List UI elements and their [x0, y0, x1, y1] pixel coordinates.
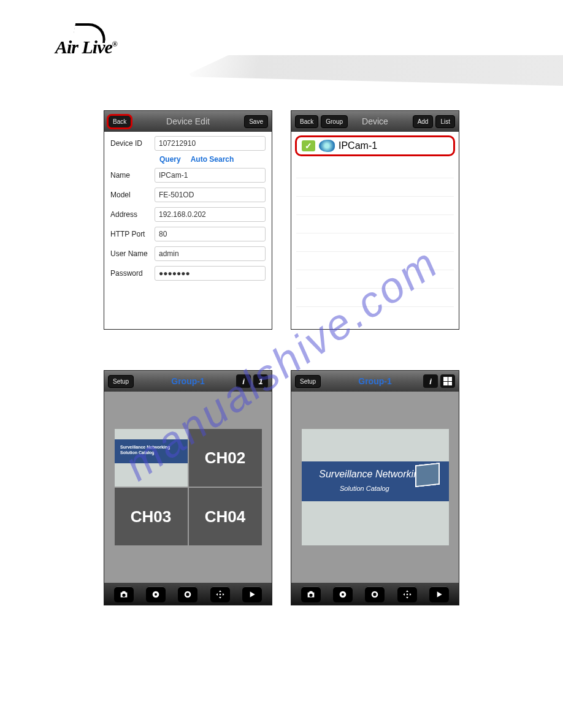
username-input[interactable]: admin	[155, 246, 266, 261]
video-cell-ch04[interactable]: CH04	[189, 488, 262, 545]
bottom-toolbar	[104, 583, 272, 605]
snapshot-icon[interactable]	[114, 586, 134, 602]
device-id-label: Device ID	[110, 139, 155, 148]
device-list: ✓ IPCam-1	[291, 135, 459, 307]
svg-point-6	[342, 593, 344, 596]
video-cell-single[interactable]: Surveillance Networking Solution Catalog	[302, 429, 449, 545]
lens-icon[interactable]	[365, 586, 385, 602]
snapshot-icon[interactable]	[301, 586, 321, 602]
screenshot-device-list: Back Group Device Add List ✓ IPCam-1	[291, 110, 459, 330]
password-input[interactable]: ●●●●●●●	[155, 266, 266, 281]
banner-text-2: Solution Catalog	[340, 485, 389, 492]
svg-point-8	[373, 593, 377, 596]
svg-point-3	[186, 593, 190, 596]
play-icon[interactable]	[429, 586, 449, 602]
single-view-icon[interactable]: 1	[253, 374, 268, 388]
check-icon: ✓	[302, 140, 315, 151]
username-label: User Name	[110, 249, 155, 258]
lens-icon[interactable]	[178, 586, 197, 602]
bottom-toolbar	[291, 583, 459, 605]
quad-view-icon[interactable]	[440, 374, 455, 388]
play-icon[interactable]	[242, 586, 262, 602]
list-button[interactable]: List	[435, 115, 455, 128]
port-input[interactable]: 80	[155, 227, 266, 241]
autosearch-link[interactable]: Auto Search	[191, 155, 234, 164]
video-cell-ch03[interactable]: CH03	[115, 488, 188, 545]
save-button[interactable]: Save	[244, 115, 268, 128]
info-icon[interactable]: i	[236, 374, 251, 388]
password-label: Password	[110, 269, 155, 278]
svg-point-1	[155, 593, 157, 596]
name-label: Name	[110, 171, 155, 180]
info-icon[interactable]: i	[423, 374, 438, 388]
svg-point-9	[406, 594, 408, 596]
name-input[interactable]: IPCam-1	[155, 168, 266, 183]
back-button[interactable]: Back	[295, 115, 318, 128]
page-header: Air Live®	[0, 0, 563, 98]
screenshot-group-quad: Setup Group-1 i 1 Surveillance Networkin…	[104, 370, 272, 605]
model-label: Model	[110, 191, 155, 199]
screenshot-group-single: Setup Group-1 i Surveillance Networking …	[291, 370, 459, 605]
header-swoosh	[183, 55, 563, 86]
record-icon[interactable]	[146, 586, 166, 602]
navbar: Setup Group-1 i	[291, 371, 459, 392]
screenshot-grid: Back Device Edit Save Device ID 10721291…	[104, 110, 459, 605]
navbar: Setup Group-1 i 1	[104, 371, 272, 392]
query-link[interactable]: Query	[159, 155, 181, 164]
banner-text-1: Surveillance Networking	[319, 469, 424, 480]
device-name: IPCam-1	[339, 140, 377, 151]
group-button[interactable]: Group	[321, 115, 348, 128]
camera-icon	[319, 140, 335, 152]
record-icon[interactable]	[333, 586, 353, 602]
address-label: Address	[110, 210, 155, 219]
brand-logo: Air Live®	[55, 37, 117, 58]
port-label: HTTP Port	[110, 230, 155, 238]
back-button[interactable]: Back	[108, 115, 131, 128]
model-input[interactable]: FE-501OD	[155, 188, 266, 202]
navbar: Back Device Edit Save	[104, 111, 272, 132]
banner-thumbnail	[415, 463, 440, 487]
device-id-input[interactable]: 107212910	[155, 136, 266, 151]
device-form: Device ID 107212910 Query Auto Search Na…	[104, 132, 272, 289]
setup-button[interactable]: Setup	[295, 375, 321, 388]
video-cell-ch01[interactable]: Surveillance Networking Solution Catalog	[115, 429, 188, 487]
svg-point-4	[219, 594, 221, 596]
video-cell-ch02[interactable]: CH02	[189, 429, 262, 487]
device-row-ipcam1[interactable]: ✓ IPCam-1	[295, 135, 455, 156]
video-grid: Surveillance Networking Solution Catalog…	[115, 429, 262, 545]
address-input[interactable]: 192.168.0.202	[155, 207, 266, 222]
screenshot-device-edit: Back Device Edit Save Device ID 10721291…	[104, 110, 272, 330]
navbar: Back Group Device Add List	[291, 111, 459, 132]
ptz-icon[interactable]	[397, 586, 417, 602]
add-button[interactable]: Add	[413, 115, 434, 128]
setup-button[interactable]: Setup	[108, 375, 134, 388]
ptz-icon[interactable]	[210, 586, 230, 602]
